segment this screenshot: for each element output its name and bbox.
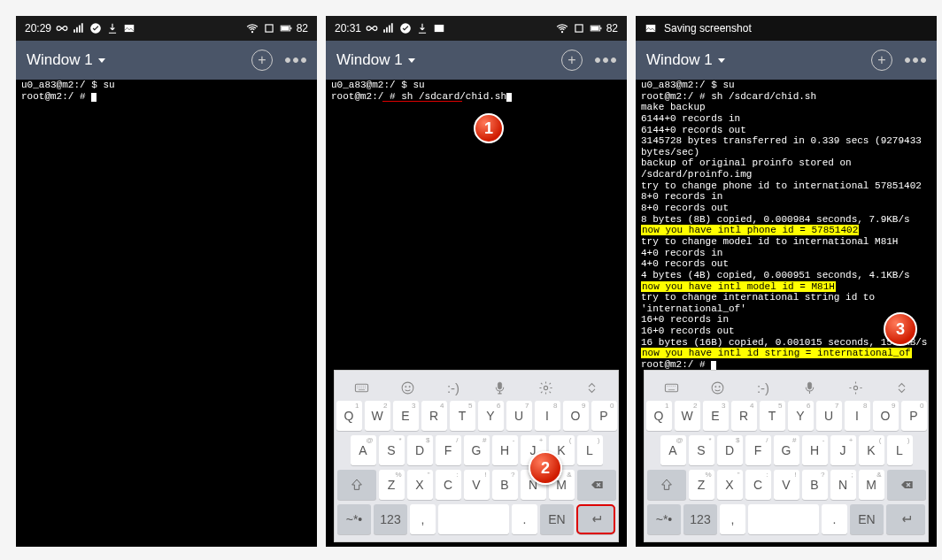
key-d[interactable]: D$ — [407, 435, 433, 465]
key-p[interactable]: P0 — [591, 401, 617, 431]
expand-icon[interactable] — [583, 380, 599, 395]
keyboard[interactable]: :-) Q1W2E3R4T5Y6U7I8O9P0 A@S*D$F/G#H-J+K… — [334, 370, 619, 542]
key-q[interactable]: Q1 — [646, 401, 672, 431]
key-b[interactable]: B? — [492, 470, 518, 500]
key-comma[interactable]: , — [410, 504, 436, 534]
keyboard-toggle-icon[interactable] — [353, 380, 369, 395]
key-x[interactable]: X" — [407, 470, 433, 500]
key-p[interactable]: P0 — [901, 401, 927, 431]
svg-rect-11 — [600, 27, 601, 29]
key-enter[interactable] — [886, 504, 925, 534]
status-right: 82 — [556, 22, 618, 35]
more-menu-button[interactable] — [905, 58, 926, 63]
mic-icon[interactable] — [801, 380, 817, 395]
emoji-icon[interactable] — [399, 380, 415, 395]
key-y[interactable]: Y6 — [478, 401, 504, 431]
key-symbols[interactable]: ~*• — [647, 504, 681, 534]
new-window-button[interactable]: + — [871, 50, 892, 71]
keyboard-topbar: :-) — [647, 374, 925, 401]
key-language[interactable]: EN — [540, 504, 574, 534]
key-r[interactable]: R4 — [421, 401, 447, 431]
key-t[interactable]: T5 — [450, 401, 475, 431]
window-title[interactable]: Window 1 — [336, 51, 415, 69]
key-l[interactable]: L) — [577, 435, 603, 465]
check-circle-icon — [89, 22, 102, 35]
window-title[interactable]: Window 1 — [27, 51, 105, 69]
key-space[interactable] — [438, 504, 509, 534]
emoji-icon[interactable] — [709, 380, 725, 395]
terminal-output[interactable]: u0_a83@m2:/ $ su root@m2:/ # — [16, 80, 317, 102]
key-space[interactable] — [748, 504, 819, 534]
key-c[interactable]: C: — [745, 470, 771, 500]
key-k[interactable]: K( — [859, 435, 884, 465]
key-w[interactable]: W2 — [365, 401, 390, 431]
key-n[interactable]: N; — [830, 470, 856, 500]
key-symbols[interactable]: ~*• — [337, 504, 371, 534]
key-x[interactable]: X" — [717, 470, 743, 500]
key-y[interactable]: Y6 — [788, 401, 814, 431]
text-emoji-icon[interactable]: :-) — [755, 380, 771, 395]
text-emoji-icon[interactable]: :-) — [445, 380, 461, 395]
key-h[interactable]: H- — [802, 435, 828, 465]
window-title[interactable]: Window 1 — [646, 51, 725, 69]
key-g[interactable]: G# — [464, 435, 490, 465]
key-q[interactable]: Q1 — [336, 401, 362, 431]
more-menu-button[interactable] — [285, 58, 306, 63]
key-u[interactable]: U7 — [506, 401, 532, 431]
key-s[interactable]: S* — [689, 435, 714, 465]
key-language[interactable]: EN — [850, 504, 884, 534]
key-s[interactable]: S* — [379, 435, 405, 465]
gear-icon[interactable] — [847, 380, 863, 395]
keyboard-toggle-icon[interactable] — [663, 380, 679, 395]
statusbar: 20:29 82 — [16, 16, 317, 41]
new-window-button[interactable]: + — [251, 50, 273, 71]
check-circle-icon — [399, 22, 412, 35]
key-h[interactable]: H- — [492, 435, 518, 465]
key-comma[interactable]: , — [720, 504, 745, 534]
key-z[interactable]: Z% — [379, 470, 405, 500]
key-u[interactable]: U7 — [816, 401, 842, 431]
key-l[interactable]: L) — [887, 435, 913, 465]
new-window-button[interactable]: + — [561, 50, 583, 71]
key-o[interactable]: O9 — [873, 401, 899, 431]
more-menu-button[interactable] — [595, 58, 616, 63]
key-shift[interactable] — [337, 470, 376, 500]
key-i[interactable]: I8 — [535, 401, 560, 431]
key-dot[interactable]: . — [512, 504, 537, 534]
key-backspace[interactable] — [577, 470, 616, 500]
download-icon — [416, 22, 429, 35]
key-b[interactable]: B? — [802, 470, 828, 500]
key-row-4: ~*• 123 , . EN — [647, 504, 925, 534]
expand-icon[interactable] — [893, 380, 909, 395]
key-a[interactable]: A@ — [660, 435, 686, 465]
key-f[interactable]: F/ — [745, 435, 771, 465]
key-t[interactable]: T5 — [760, 401, 785, 431]
key-e[interactable]: E3 — [393, 401, 419, 431]
gear-icon[interactable] — [537, 380, 553, 395]
key-backspace[interactable] — [887, 470, 926, 500]
terminal-output[interactable]: u0_a83@m2:/ $ su root@m2:/ # sh /sdcard/… — [326, 80, 627, 102]
annotation-badge-2: 2 — [529, 451, 562, 485]
key-z[interactable]: Z% — [689, 470, 714, 500]
keyboard[interactable]: :-) Q1W2E3R4T5Y6U7I8O9P0 A@S*D$F/G#H-J+K… — [644, 370, 929, 542]
key-g[interactable]: G# — [774, 435, 799, 465]
key-f[interactable]: F/ — [436, 435, 461, 465]
key-w[interactable]: W2 — [675, 401, 700, 431]
key-r[interactable]: R4 — [731, 401, 757, 431]
key-numbers[interactable]: 123 — [683, 504, 717, 534]
key-v[interactable]: V! — [464, 470, 490, 500]
mic-icon[interactable] — [491, 380, 507, 395]
key-m[interactable]: M& — [859, 470, 884, 500]
key-a[interactable]: A@ — [351, 435, 376, 465]
key-v[interactable]: V! — [774, 470, 799, 500]
key-numbers[interactable]: 123 — [374, 504, 407, 534]
key-d[interactable]: D$ — [717, 435, 743, 465]
key-i[interactable]: I8 — [845, 401, 870, 431]
key-j[interactable]: J+ — [830, 435, 856, 465]
key-shift[interactable] — [647, 470, 686, 500]
key-enter[interactable] — [576, 504, 615, 534]
key-dot[interactable]: . — [822, 504, 847, 534]
key-e[interactable]: E3 — [703, 401, 729, 431]
key-o[interactable]: O9 — [563, 401, 589, 431]
key-c[interactable]: C: — [436, 470, 461, 500]
